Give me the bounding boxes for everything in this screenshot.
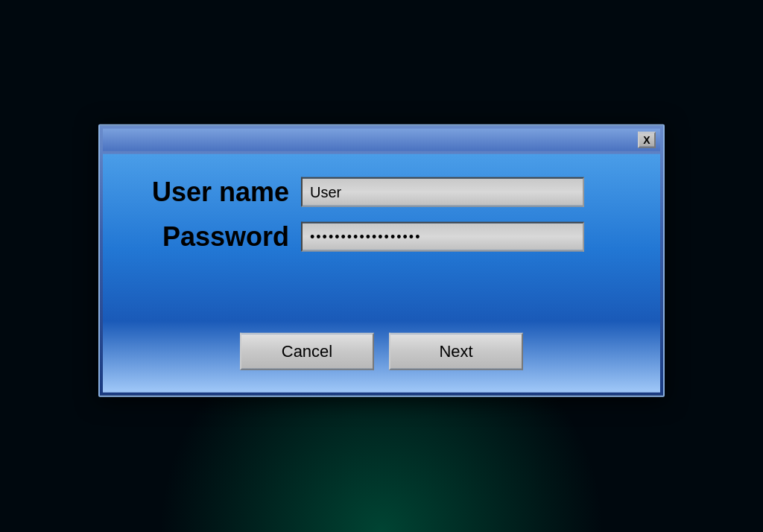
form-area: User name Password [125,177,638,253]
username-input[interactable] [301,177,584,207]
login-dialog: X User name Password Cancel Next [98,124,665,397]
username-label: User name [125,177,289,208]
close-button[interactable]: X [638,132,656,148]
next-button[interactable]: Next [389,333,523,370]
password-row: Password [125,221,638,253]
button-row: Cancel Next [125,326,638,370]
password-input[interactable] [301,222,584,252]
password-label: Password [125,221,289,253]
title-bar: X [103,129,660,151]
username-row: User name [125,177,638,208]
dialog-content: User name Password Cancel Next [103,154,660,393]
cancel-button[interactable]: Cancel [240,333,374,370]
dialog-outer-frame: X User name Password Cancel Next [98,124,665,397]
